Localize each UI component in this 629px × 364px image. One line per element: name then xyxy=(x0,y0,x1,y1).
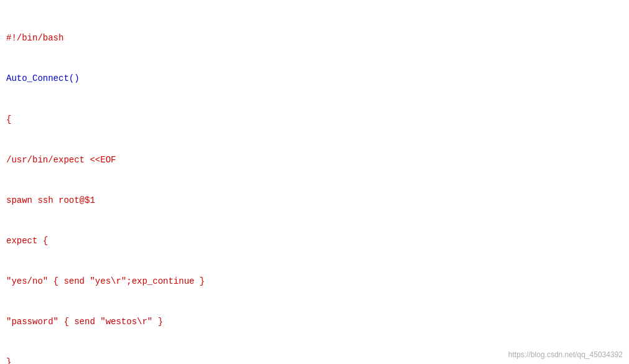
code-text: "password" { send "westos\r" } xyxy=(6,317,163,327)
code-text: expect { xyxy=(6,236,48,246)
code-text: } xyxy=(6,357,11,364)
code-text: "yes/no" { send "yes\r";exp_continue } xyxy=(6,276,205,286)
code-text: { xyxy=(6,114,11,124)
code-line-8: "password" { send "westos\r" } xyxy=(6,315,623,329)
code-line-4: /usr/bin/expect <<EOF xyxy=(6,154,623,167)
watermark: https://blog.csdn.net/qq_45034392 xyxy=(508,350,623,359)
code-line-3: { xyxy=(6,113,623,127)
code-line-6: expect { xyxy=(6,235,623,248)
code-line-2: Auto_Connect() xyxy=(6,72,623,86)
code-text: /usr/bin/expect <<EOF xyxy=(6,155,116,165)
code-text: #!/bin/bash xyxy=(6,33,63,43)
code-line-1: #!/bin/bash xyxy=(6,32,623,45)
code-line-5: spawn ssh root@$1 xyxy=(6,194,623,208)
code-editor: #!/bin/bash Auto_Connect() { /usr/bin/ex… xyxy=(0,0,629,364)
code-text: Auto_Connect() xyxy=(6,73,80,83)
code-text: spawn ssh root@$1 xyxy=(6,195,95,205)
code-line-7: "yes/no" { send "yes\r";exp_continue } xyxy=(6,275,623,289)
